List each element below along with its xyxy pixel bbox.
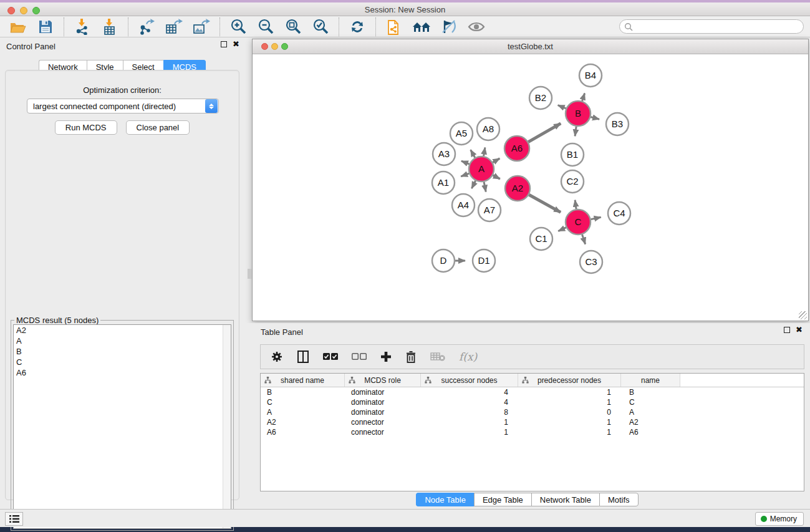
new-network-from-file-button[interactable] xyxy=(385,18,403,36)
table-cell[interactable]: 8 xyxy=(421,408,518,417)
zoom-selected-button[interactable] xyxy=(311,18,330,36)
result-list-item[interactable]: A2 xyxy=(14,325,231,336)
column-header[interactable]: successor nodes xyxy=(421,374,518,387)
memory-button[interactable]: Memory xyxy=(755,512,804,526)
table-cell[interactable]: A6 xyxy=(621,428,680,437)
network-canvas[interactable]: AA1A2A3A4A5A6A7A8BB1B2B3B4CC1C2C3C4DD1 xyxy=(253,54,808,321)
graph-edge[interactable] xyxy=(471,150,475,158)
run-mcds-button[interactable]: Run MCDS xyxy=(55,120,117,135)
delete-table-button[interactable] xyxy=(430,352,445,362)
deselect-all-button[interactable] xyxy=(352,353,367,360)
column-header[interactable]: predecessor nodes xyxy=(518,374,621,387)
close-panel-button[interactable]: Close panel xyxy=(126,120,190,135)
graph-edge[interactable] xyxy=(484,182,486,192)
search-input[interactable] xyxy=(619,19,804,34)
graph-edge[interactable] xyxy=(558,105,566,109)
save-session-button[interactable] xyxy=(36,18,55,36)
table-cell[interactable]: C xyxy=(621,398,680,407)
mcds-result-list[interactable]: A2ABCA6 xyxy=(13,324,231,529)
graph-edge[interactable] xyxy=(582,235,586,244)
result-scrollbar[interactable] xyxy=(223,325,231,528)
hide-flag-button[interactable] xyxy=(440,18,458,36)
function-builder-button[interactable]: f(x) xyxy=(459,351,477,363)
tab-edge-table[interactable]: Edge Table xyxy=(474,493,531,506)
zoom-in-button[interactable] xyxy=(229,18,248,36)
table-settings-button[interactable] xyxy=(271,351,283,363)
network-window-titlebar[interactable]: testGlobe.txt xyxy=(253,39,808,54)
graph-edge[interactable] xyxy=(591,217,601,219)
graph-edge[interactable] xyxy=(493,158,499,162)
table-cell[interactable]: A2 xyxy=(261,418,345,427)
table-cell[interactable]: B xyxy=(261,388,345,397)
graph-edge[interactable] xyxy=(575,127,576,136)
float-table-panel-icon[interactable] xyxy=(784,327,790,333)
table-cell[interactable]: A xyxy=(621,408,680,417)
task-history-button[interactable] xyxy=(5,512,23,526)
table-cell[interactable]: 1 xyxy=(518,428,621,437)
table-cell[interactable]: 1 xyxy=(518,418,621,427)
table-cell[interactable]: 0 xyxy=(518,408,621,417)
table-row[interactable]: Adominator80A xyxy=(261,407,804,417)
column-header[interactable]: MCDS role xyxy=(345,374,421,387)
column-header[interactable]: name xyxy=(621,374,680,387)
table-cell[interactable]: dominator xyxy=(345,388,421,397)
show-eye-button[interactable] xyxy=(467,18,486,36)
zoom-out-button[interactable] xyxy=(256,18,275,36)
add-column-button[interactable] xyxy=(380,351,392,362)
optimization-criterion-select[interactable]: largest connected component (directed) xyxy=(27,99,219,114)
refresh-button[interactable] xyxy=(348,18,367,36)
graph-edge[interactable] xyxy=(461,173,469,177)
tab-motifs[interactable]: Motifs xyxy=(599,493,639,506)
table-row[interactable]: A2connector11A2 xyxy=(261,417,804,427)
table-cell[interactable]: connector xyxy=(345,428,421,437)
export-network-button[interactable] xyxy=(137,18,156,36)
graph-edge[interactable] xyxy=(528,123,561,142)
result-list-item[interactable]: A6 xyxy=(14,367,231,378)
show-columns-button[interactable] xyxy=(297,351,309,363)
window-resize-grip[interactable] xyxy=(799,311,807,319)
graph-edge[interactable] xyxy=(575,200,576,209)
tab-network-table[interactable]: Network Table xyxy=(531,493,599,506)
result-list-item[interactable]: B xyxy=(14,346,231,357)
table-row[interactable]: A6connector11A6 xyxy=(261,427,804,437)
export-image-button[interactable] xyxy=(192,18,211,36)
close-table-panel-icon[interactable]: ✖ xyxy=(796,327,803,333)
import-network-button[interactable] xyxy=(73,18,92,36)
table-cell[interactable]: dominator xyxy=(345,408,421,417)
delete-column-button[interactable] xyxy=(405,351,417,363)
table-cell[interactable]: 4 xyxy=(421,398,518,407)
graph-edge[interactable] xyxy=(582,94,585,102)
select-all-button[interactable] xyxy=(323,353,338,360)
network-vertical-scrollbar[interactable] xyxy=(248,269,252,279)
table-cell[interactable]: connector xyxy=(345,418,421,427)
node-table[interactable]: shared nameMCDS rolesuccessor nodesprede… xyxy=(260,373,804,491)
table-cell[interactable]: C xyxy=(261,398,345,407)
float-panel-icon[interactable] xyxy=(221,41,227,47)
tab-node-table[interactable]: Node Table xyxy=(416,493,474,506)
table-cell[interactable]: B xyxy=(621,388,680,397)
table-cell[interactable]: 1 xyxy=(518,398,621,407)
graph-edge[interactable] xyxy=(484,148,485,157)
table-cell[interactable]: 1 xyxy=(421,428,518,437)
graph-edge[interactable] xyxy=(591,117,599,119)
home-button[interactable] xyxy=(412,18,431,36)
table-cell[interactable]: 1 xyxy=(421,418,518,427)
table-row[interactable]: Bdominator41B xyxy=(261,387,804,397)
graph-edge[interactable] xyxy=(493,175,500,179)
table-cell[interactable]: A6 xyxy=(261,428,345,437)
graph-edge[interactable] xyxy=(471,181,475,188)
table-cell[interactable]: 4 xyxy=(421,388,518,397)
graph-edge[interactable] xyxy=(558,228,566,231)
column-header[interactable]: shared name xyxy=(261,374,345,387)
table-cell[interactable]: A2 xyxy=(621,418,680,427)
table-cell[interactable]: A xyxy=(261,408,345,417)
table-row[interactable]: Cdominator41C xyxy=(261,397,804,407)
table-cell[interactable]: 1 xyxy=(518,388,621,397)
export-table-button[interactable] xyxy=(165,18,183,36)
zoom-fit-button[interactable] xyxy=(284,18,302,36)
graph-edge[interactable] xyxy=(461,161,470,164)
graph-edge[interactable] xyxy=(529,195,561,212)
table-cell[interactable]: dominator xyxy=(345,398,421,407)
result-list-item[interactable]: A xyxy=(14,336,231,346)
close-panel-icon[interactable]: ✖ xyxy=(233,41,239,47)
